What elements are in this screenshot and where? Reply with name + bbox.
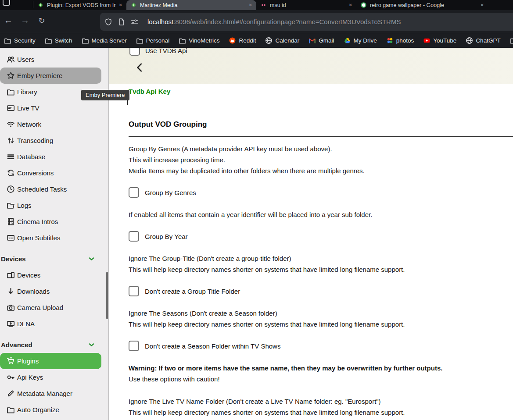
text-line: Ignore The Group-Title (Don't create a g… (129, 253, 506, 264)
page-header-band: Use TVDB Api (109, 47, 513, 84)
sidebar-item-cinema-intros[interactable]: Cinema Intros (0, 214, 101, 230)
checkbox-row-group-by-year[interactable]: Group By Year (129, 231, 506, 242)
reddit-icon (229, 37, 236, 44)
tvdb-api-key-input[interactable] (129, 95, 513, 105)
bookmark-photos[interactable]: photos (386, 37, 414, 44)
bookmark-folder[interactable] (510, 37, 513, 44)
sidebar-item-api-keys[interactable]: Api Keys (0, 369, 101, 385)
bookmark-vinometrics[interactable]: VinoMetrics (179, 37, 219, 44)
bookmark-personal[interactable]: Personal (136, 37, 169, 44)
sidebar-item-auto-organize[interactable]: Auto Organize (0, 402, 101, 418)
bookmark-chatgpt[interactable]: ChatGPT (466, 37, 500, 44)
sidebar-item-plugins[interactable]: Plugins (0, 353, 101, 369)
refresh-icon (7, 169, 15, 177)
bookmark-gmail[interactable]: Gmail (309, 37, 334, 44)
close-icon[interactable]: ✕ (119, 3, 122, 7)
forward-button[interactable]: → (18, 15, 32, 25)
bookmark-label: Switch (55, 37, 72, 44)
tab-title: retro game wallpaper - Google (370, 2, 477, 8)
close-icon[interactable]: ✕ (349, 3, 352, 7)
sidebar-item-label: Transcoding (17, 137, 53, 144)
checkbox-don-t-create-a-season-folder-within-tv-shows[interactable] (129, 341, 139, 351)
sidebar-item-dlna[interactable]: DLNA (0, 316, 101, 332)
close-icon[interactable]: ✕ (249, 3, 252, 7)
sidebar-item-label: Api Keys (17, 374, 43, 381)
url-path: :8096/web/index.html#!/configurationpage… (173, 18, 401, 25)
tab-title: msu id (270, 2, 346, 8)
tooltip: Emby Premiere (81, 90, 129, 100)
permissions-icon[interactable] (131, 18, 139, 26)
camera-icon (7, 303, 15, 312)
shield-icon[interactable] (104, 18, 112, 26)
sidebar-item-downloads[interactable]: Downloads (0, 283, 101, 299)
folder-icon (45, 37, 52, 44)
sidebar-section-advanced[interactable]: Advanced (0, 337, 101, 353)
folder-icon (136, 37, 143, 44)
tab-plugin-export-vods-from-insta[interactable]: Plugin: Export VODS from Insta✕ (33, 0, 126, 10)
pencil-icon (7, 389, 15, 398)
bookmark-reddit[interactable]: Reddit (229, 37, 256, 44)
sidebar-item-emby-premiere[interactable]: Emby Premiere (0, 68, 101, 84)
sidebar-section-devices[interactable]: Devices (0, 251, 101, 267)
paragraph: Group By Genres (A metadata provider API… (129, 143, 506, 176)
sidebar-item-scheduled-tasks[interactable]: Scheduled Tasks (0, 181, 101, 197)
sidebar-item-network[interactable]: Network (0, 116, 101, 132)
bookmark-label: ChatGPT (476, 37, 500, 44)
bookmark-my-drive[interactable]: My Drive (344, 37, 377, 44)
checkbox-don-t-create-a-group-title-folder[interactable] (129, 286, 139, 296)
sidebar-section-label: Devices (1, 255, 26, 263)
tab-msu-id[interactable]: msu id✕ (256, 0, 356, 10)
sidebar-item-conversions[interactable]: Conversions (0, 165, 101, 181)
sidebar-item-camera-upload[interactable]: Camera Upload (0, 299, 101, 316)
sidebar-item-label: Devices (17, 271, 40, 279)
checkbox-row-don-t-create-a-group-title-folder[interactable]: Don't create a Group Title Folder (129, 286, 506, 296)
tab-martinez-media[interactable]: Martinez Media✕ (126, 0, 256, 10)
sidebar-item-devices[interactable]: Devices (0, 267, 101, 283)
main-content: Use TVDB Api Tvdb Api Key Output VOD Gro… (109, 47, 513, 420)
text-line: This will help keep directory names shor… (129, 319, 506, 330)
sidebar-item-database[interactable]: Database (0, 149, 101, 165)
tvdb-api-key-label: Tvdb Api Key (129, 88, 513, 95)
bookmark-label: Media Server (92, 37, 127, 44)
use-tvdb-checkbox[interactable] (129, 47, 140, 56)
folder-icon (7, 406, 15, 414)
back-button[interactable]: ← (2, 15, 15, 25)
star-icon (7, 71, 15, 80)
url-bar[interactable]: localhost:8096/web/index.html#!/configur… (100, 13, 513, 31)
checkbox-group-by-genres[interactable] (129, 187, 139, 198)
sidebar-item-logs[interactable]: Logs (0, 197, 101, 214)
sidebar-item-label: Open Subtitles (17, 234, 60, 242)
bookmark-switch[interactable]: Switch (45, 37, 72, 44)
sidebar-item-transcoding[interactable]: Transcoding (0, 132, 101, 149)
reload-button[interactable]: ↻ (35, 16, 48, 25)
checkbox-label: Group By Year (145, 233, 188, 240)
page-icon[interactable] (118, 18, 126, 26)
sidebar-scrollbar[interactable] (106, 272, 108, 319)
tv-icon (7, 104, 15, 112)
bookmark-media-server[interactable]: Media Server (82, 37, 127, 44)
bookmark-youtube[interactable]: YouTube (423, 37, 456, 44)
sidebar-item-label: Network (17, 121, 41, 128)
checkbox-row-don-t-create-a-season-folder-within-tv-shows[interactable]: Don't create a Season Folder within TV S… (129, 341, 506, 351)
checkbox-label: Group By Genres (145, 189, 196, 196)
download-icon (7, 287, 15, 295)
devices-icon (7, 271, 15, 279)
globe-icon (466, 37, 473, 44)
bookmark-calendar[interactable]: Calendar (265, 37, 299, 44)
bookmark-security[interactable]: Security (4, 37, 36, 44)
text-line: Media Items may be duplicated into other… (129, 165, 506, 176)
sidebar-item-open-subtitles[interactable]: Open Subtitles (0, 230, 101, 246)
sidebar-item-users[interactable]: Users (0, 51, 101, 68)
url-host: localhost (147, 18, 173, 25)
checkbox-label: Don't create a Group Title Folder (145, 288, 240, 295)
checkbox-row-group-by-genres[interactable]: Group By Genres (129, 187, 506, 198)
close-icon[interactable]: ✕ (481, 3, 484, 7)
sidebar-item-metadata-manager[interactable]: Metadata Manager (0, 385, 101, 402)
use-tvdb-api-row[interactable]: Use TVDB Api (129, 47, 187, 56)
nav-toolbar: ← → ↻ localhost:8096/web/index.html#!/co… (0, 10, 513, 33)
folder-open-icon (7, 201, 15, 210)
back-chevron-button[interactable] (134, 61, 145, 74)
tab-retro-game-wallpaper-google[interactable]: retro game wallpaper - Google✕ (356, 0, 488, 10)
sidebar-item-live-tv[interactable]: Live TV (0, 100, 101, 116)
checkbox-group-by-year[interactable] (129, 231, 139, 242)
